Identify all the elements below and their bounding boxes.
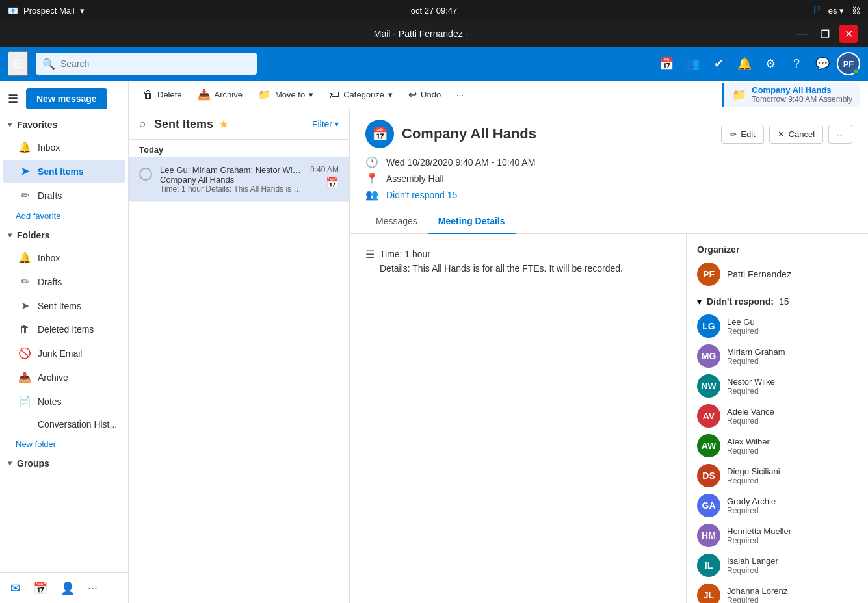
detail-meta: 🕐 Wed 10/28/2020 9:40 AM - 10:40 AM 📍 As… [365,156,852,201]
undo-button[interactable]: ↩ Undo [402,84,447,105]
help-icon-button[interactable]: ? [785,52,808,75]
meeting-details-text: Details: This All Hands is for all the F… [380,261,623,276]
feedback-icon-button[interactable]: 💬 [811,52,834,75]
attendee-role: Required [727,566,778,575]
sidebar-item-deleted-folder[interactable]: 🗑 Deleted Items [3,318,125,340]
edit-icon: ✏ [730,129,737,139]
edit-button[interactable]: ✏ Edit [721,125,763,144]
bell-icon-button[interactable]: 🔔 [733,52,756,75]
calendar-nav-button[interactable]: 📅 [31,578,50,598]
window-title: Mail - Patti Fernandez - [49,29,793,39]
sidebar-item-inbox-folder[interactable]: 🔔 Inbox [3,246,125,269]
os-datetime: oct 27 09:47 [411,6,458,16]
more-detail-button[interactable]: ··· [828,125,852,144]
sidebar-item-junk-folder[interactable]: 🚫 Junk Email [3,342,125,365]
star-icon[interactable]: ★ [218,117,229,131]
left-panel: ☰ New message ▾ Favorites 🔔 Inbox ➤ Sent… [0,81,129,603]
more-actions-button[interactable]: ··· [450,86,470,103]
more-nav-button[interactable]: ··· [85,579,100,598]
calendar-icon: 📅 [326,177,339,189]
attendee-avatar: DS [697,464,720,487]
email-time: 9:40 AM [310,165,339,174]
no-respond-header[interactable]: ▾ Didn't respond: 15 [697,296,858,307]
sidebar-item-label: Notes [38,396,62,407]
email-from: Lee Gu; Miriam Graham; Nestor Wilke; Ac [160,165,302,175]
favorites-section[interactable]: ▾ Favorites [0,114,128,135]
search-input[interactable] [60,58,250,69]
sidebar-item-sent-fav[interactable]: ➤ Sent Items [3,160,125,183]
reminder-banner[interactable]: 📁 Company All Hands Tomorrow 9:40 AM Ass… [722,83,860,107]
people-icon-button[interactable]: 👥 [681,52,704,75]
detail-actions: ✏ Edit ✕ Cancel ··· [721,125,852,144]
hamburger-button[interactable]: ☰ [8,92,18,106]
edit-label: Edit [741,129,755,139]
minimize-button[interactable]: — [793,25,811,43]
no-respond-link[interactable]: Didn't respond 15 [386,190,457,200]
lang-indicator: es ▾ [828,6,844,16]
main-area: 🗑 Delete 📥 Archive 📁 Move to ▾ 🏷 Categor… [129,81,868,603]
no-respond-count: 15 [779,296,789,307]
attendee-avatar: AW [697,434,720,457]
organizer-section-title: Organizer [697,244,858,255]
attendee-role: Required [727,536,791,545]
groups-section[interactable]: ▾ Groups [0,453,128,474]
attendee-row: GA Grady Archie Required [697,494,858,517]
delete-button[interactable]: 🗑 Delete [137,85,189,105]
filter-button[interactable]: Filter ▾ [312,119,339,129]
attendee-row: AV Adele Vance Required [697,404,858,428]
cancel-button[interactable]: ✕ Cancel [769,125,823,144]
attendee-name: Lee Gu [727,317,759,327]
mail-nav-button[interactable]: ✉ [8,578,23,598]
sidebar-item-notes-folder[interactable]: 📄 Notes [3,390,125,413]
new-message-button[interactable]: New message [26,88,107,109]
folders-section[interactable]: ▾ Folders [0,225,128,246]
app-header: ⊞ 🔍 📅 👥 ✔ 🔔 ⚙ ? 💬 PF [0,47,868,81]
archive-icon: 📥 [198,88,211,101]
close-button[interactable]: ✕ [839,25,858,43]
categorize-button[interactable]: 🏷 Categorize ▾ [322,85,399,105]
email-item[interactable]: Lee Gu; Miriam Graham; Nestor Wilke; Ac … [129,157,349,202]
add-favorite-link[interactable]: Add favorite [0,207,128,225]
datetime-row: 🕐 Wed 10/28/2020 9:40 AM - 10:40 AM [365,156,852,168]
attendee-role: Required [727,476,780,485]
sidebar-item-inbox-fav[interactable]: 🔔 Inbox [3,136,125,159]
folders-chevron-icon: ▾ [8,231,12,240]
reminder-title: Company All Hands [752,85,852,95]
sidebar-item-archive-folder[interactable]: 📥 Archive [3,366,125,389]
meetings-icon-button[interactable]: 📅 [655,52,678,75]
tab-messages[interactable]: Messages [365,209,428,234]
attendee-name: Alex Wilber [727,437,770,446]
sent-folder-icon: ➤ [18,300,31,312]
settings-icon-button[interactable]: ⚙ [759,52,782,75]
people-nav-button[interactable]: 👤 [58,578,77,598]
meeting-datetime: Wed 10/28/2020 9:40 AM - 10:40 AM [386,157,535,168]
sidebar-item-conv-folder[interactable]: Conversation Hist... [3,414,125,435]
move-to-button[interactable]: 📁 Move to ▾ [252,84,320,105]
user-avatar-button[interactable]: PF [837,52,860,75]
email-content: Lee Gu; Miriam Graham; Nestor Wilke; Ac … [160,165,302,194]
sidebar-item-drafts-folder[interactable]: ✏ Drafts [3,270,125,293]
tab-meeting-details[interactable]: Meeting Details [428,209,516,234]
sidebar-item-label: Inbox [38,142,60,153]
sidebar-item-drafts-fav[interactable]: ✏ Drafts [3,184,125,207]
archive-button[interactable]: 📥 Archive [191,84,249,105]
email-select-circle[interactable] [139,168,152,181]
search-box[interactable]: 🔍 [36,53,257,75]
grid-menu-button[interactable]: ⊞ [8,51,28,76]
attendee-info: Isaiah Langer Required [727,556,778,575]
attendee-role: Required [727,506,776,515]
meeting-avatar-icon: 📅 [372,126,388,142]
sidebar-item-sent-folder[interactable]: ➤ Sent Items [3,294,125,317]
todo-icon-button[interactable]: ✔ [707,52,730,75]
junk-folder-icon: 🚫 [18,347,31,359]
select-all-circle-icon[interactable]: ○ [139,118,146,131]
attendee-name: Adele Vance [727,407,774,417]
favorites-label: Favorites [17,120,57,130]
new-folder-link[interactable]: New folder [0,435,128,453]
header-actions: 📅 👥 ✔ 🔔 ⚙ ? 💬 PF [655,52,860,75]
dropdown-arrow[interactable]: ▾ [80,6,85,16]
date-group-today: Today [129,140,349,157]
reminder-icon: 📁 [732,88,746,102]
attendee-role: Required [727,327,759,336]
restore-button[interactable]: ❐ [816,25,834,43]
